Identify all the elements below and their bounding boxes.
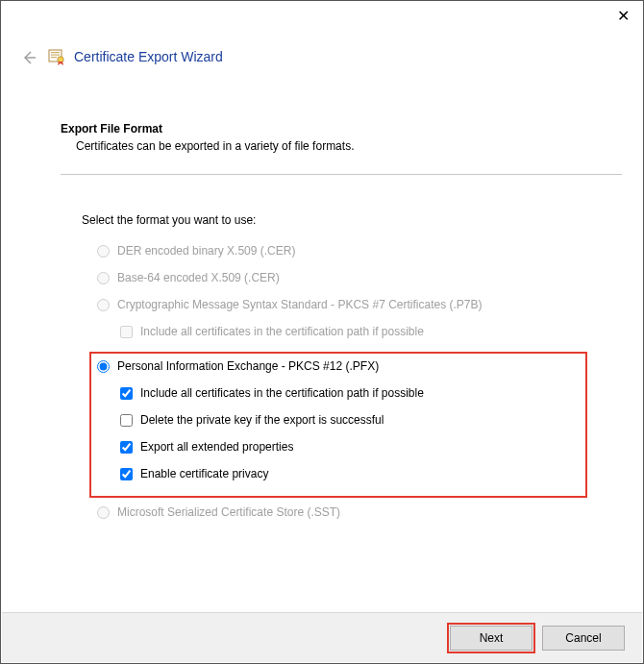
close-icon[interactable]: ✕ — [617, 9, 630, 24]
radio-pkcs7-input — [97, 299, 110, 311]
radio-der-input — [97, 245, 110, 258]
wizard-header: Certificate Export Wizard — [1, 1, 643, 66]
cancel-button[interactable]: Cancel — [542, 626, 625, 651]
svg-rect-2 — [51, 55, 60, 56]
svg-rect-1 — [51, 52, 60, 53]
check-pfx-privacy-label: Enable certificate privacy — [140, 467, 268, 480]
check-pfx-include-path-input[interactable] — [120, 387, 133, 400]
check-pfx-delete-key-input[interactable] — [120, 414, 133, 427]
check-pfx-privacy-input[interactable] — [120, 468, 133, 480]
section-description: Certificates can be exported in a variet… — [76, 139, 622, 153]
check-pkcs7-include: Include all certificates in the certific… — [120, 325, 622, 338]
radio-sst: Microsoft Serialized Certificate Store (… — [97, 505, 622, 519]
radio-sst-input — [97, 506, 110, 519]
wizard-footer: Next Cancel — [2, 612, 642, 662]
radio-pfx[interactable]: Personal Information Exchange - PKCS #12… — [97, 359, 578, 373]
radio-pfx-input[interactable] — [97, 360, 110, 373]
check-pfx-include-path-label: Include all certificates in the certific… — [140, 386, 424, 400]
radio-der: DER encoded binary X.509 (.CER) — [97, 244, 622, 258]
back-arrow-icon[interactable] — [20, 49, 37, 66]
wizard-content: Export File Format Certificates can be e… — [1, 66, 643, 519]
certificate-icon — [47, 47, 66, 66]
check-pkcs7-include-input — [120, 326, 133, 338]
wizard-window: ✕ Certificate Export Wizard Export File … — [0, 0, 644, 664]
check-pfx-export-ext-label: Export all extended properties — [140, 440, 293, 454]
radio-sst-label: Microsoft Serialized Certificate Store (… — [117, 505, 340, 519]
radio-base64-label: Base-64 encoded X.509 (.CER) — [117, 271, 280, 284]
radio-pkcs7: Cryptographic Message Syntax Standard - … — [97, 298, 622, 311]
check-pkcs7-include-label: Include all certificates in the certific… — [140, 325, 424, 338]
format-prompt: Select the format you want to use: — [82, 213, 622, 227]
check-pfx-export-ext[interactable]: Export all extended properties — [120, 440, 578, 454]
radio-der-label: DER encoded binary X.509 (.CER) — [117, 244, 295, 258]
check-pfx-privacy[interactable]: Enable certificate privacy — [120, 467, 578, 480]
radio-base64: Base-64 encoded X.509 (.CER) — [97, 271, 622, 284]
next-button[interactable]: Next — [450, 626, 533, 651]
section-title: Export File Format — [61, 122, 622, 135]
check-pfx-export-ext-input[interactable] — [120, 441, 133, 454]
svg-rect-3 — [51, 57, 57, 58]
check-pfx-delete-key-label: Delete the private key if the export is … — [140, 413, 384, 427]
divider — [61, 174, 622, 175]
radio-pfx-label: Personal Information Exchange - PKCS #12… — [117, 359, 379, 373]
pfx-highlight: Personal Information Exchange - PKCS #12… — [89, 352, 587, 498]
radio-pkcs7-label: Cryptographic Message Syntax Standard - … — [117, 298, 483, 311]
check-pfx-include-path[interactable]: Include all certificates in the certific… — [120, 386, 578, 400]
wizard-title: Certificate Export Wizard — [74, 49, 223, 64]
check-pfx-delete-key[interactable]: Delete the private key if the export is … — [120, 413, 578, 427]
radio-base64-input — [97, 272, 110, 284]
format-options: DER encoded binary X.509 (.CER) Base-64 … — [97, 244, 622, 519]
